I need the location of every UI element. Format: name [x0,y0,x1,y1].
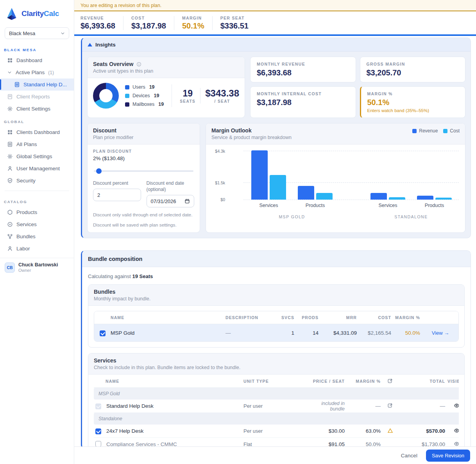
save-revision-button[interactable]: Save Revision [426,450,470,462]
sidebar-item-client-settings[interactable]: Client Settings [0,103,74,115]
content-scroll-area[interactable]: Insights Seats Overview Active unit type… [74,36,476,446]
warning-triangle-icon[interactable] [387,428,393,434]
shield-check-icon [7,178,13,184]
main-area: You are editing a revision of this plan.… [74,0,476,464]
bundle-checkbox[interactable] [100,330,106,336]
insights-panel: Insights Seats Overview Active unit type… [81,37,471,238]
sidebar-item-clients-dashboard[interactable]: Clients Dashboard [0,126,74,138]
bundle-composition-header: Bundle composition [82,251,471,267]
chevron-down-icon [60,31,65,36]
service-checkbox[interactable] [95,428,101,434]
service-row-24x7-help-desk[interactable]: 24x7 Help Desk Per user $30.00 63.0% $57… [94,425,459,438]
x-label: Services [251,203,286,208]
legend-cost: Cost [443,128,460,134]
gridline [243,200,459,200]
bars-msp-services [251,150,286,200]
bar-revenue [298,186,314,200]
sidebar-item-products[interactable]: Products [0,206,74,218]
sidebar-item-dashboard[interactable]: Dashboard [0,54,74,66]
discount-end-date-label: Discount end date (optional) [147,180,195,193]
legend-item-mailboxes: Mailboxes19 [125,102,164,107]
y-tick-1500: $1.5k [212,180,225,185]
margin-outlook-title: Margin Outlook [211,127,292,134]
x-label: Products [417,203,452,208]
catalog-section-label: CATALOG [0,195,74,206]
bar-group-standalone [370,193,452,200]
discount-percent-input[interactable]: 2 [93,189,141,201]
bundle-row-msp-gold[interactable]: MSP Gold — 1 14 $4,331.09 $2,165.54 50.0… [94,324,458,341]
org-selector-value: Black Mesa [9,30,35,36]
eye-icon[interactable] [454,428,459,434]
service-row-standard-help-desk[interactable]: Standard Help Desk Per user included in … [94,400,459,413]
bars-msp-products [298,186,333,200]
total-seats: 19 SEATS [180,88,195,104]
sidebar-divider [5,191,69,191]
service-row-compliance-cmmc[interactable]: Compliance Services - CMMC Flat $91.05 5… [94,438,459,446]
user-block[interactable]: CB Chuck Bartowski Owner [0,258,74,277]
mailboxes-swatch [125,102,129,107]
sidebar-item-security[interactable]: Security [0,175,74,187]
edit-icon[interactable] [387,378,393,384]
services-subtitle: Check to include in this plan. Bundle it… [94,365,459,370]
margin-outlook-chart: $4.3k $1.5k $0 [206,145,465,223]
seats-legend: Users19 Devices19 Mailboxes19 [125,84,164,107]
insights-header[interactable]: Insights [82,38,471,52]
metric-divider [123,16,123,30]
user-role: Owner [18,268,58,273]
sidebar-item-user-management[interactable]: User Management [0,162,74,175]
stat-gross-margin: GROSS MARGIN $3,205.70 [360,57,466,82]
discount-note-2: Discount will be saved with plan setting… [93,222,194,228]
view-bundle-link[interactable]: View → [422,330,458,336]
metric-divider [212,16,213,30]
sidebar-item-client-reports[interactable]: Client Reports [0,91,74,103]
watch-band-note: Enters watch band (35%–55%) [367,108,459,113]
sidebar-item-services[interactable]: Services [0,218,74,230]
slider-thumb[interactable] [96,168,102,174]
discount-slider[interactable] [94,168,193,174]
sidebar-item-global-settings[interactable]: Global Settings [0,150,74,162]
org-selector[interactable]: Black Mesa [5,27,69,39]
sidebar-item-active-plans[interactable]: Active Plans (1) [0,66,74,79]
person-icon [7,166,13,171]
sidebar-item-labor[interactable]: Labor [0,243,74,255]
sidebar-item-bundles[interactable]: Bundles [0,230,74,243]
info-icon[interactable] [136,62,141,67]
vertical-divider [172,84,172,107]
cancel-button[interactable]: Cancel [401,453,417,459]
sidebar-item-all-plans[interactable]: All Plans [0,138,74,150]
calendar-icon[interactable] [184,198,190,204]
service-group-standalone: Standalone [94,413,459,425]
bundles-table-header: NAME DESCRIPTION SVCS PRODS MRR COST MAR… [94,311,458,324]
bundles-table: NAME DESCRIPTION SVCS PRODS MRR COST MAR… [94,311,459,342]
discount-end-date-input[interactable]: 07/31/2026 [147,195,195,207]
slider-track[interactable] [94,170,193,172]
seats-overview-title: Seats Overview [93,61,134,67]
target-icon [7,221,13,227]
y-tick-4300: $4.3k [212,149,225,153]
legend-item-users: Users19 [125,84,164,90]
person-icon [7,246,13,252]
action-footer: Cancel Save Revision [74,446,476,464]
revenue-swatch [412,129,417,133]
eye-icon[interactable] [454,441,459,446]
y-tick-0: $0 [212,197,225,202]
group-caption-msp-gold: MSP GOLD [251,214,333,219]
grid-icon [7,129,13,135]
discount-title: Discount [93,127,194,134]
legend-revenue: Revenue [412,128,438,134]
stat-margin-percent: MARGIN % 50.1% Enters watch band (35%–55… [360,86,466,118]
edit-icon[interactable] [387,403,393,408]
sidebar-item-standard-help-desk[interactable]: Standard Help D... [0,79,74,91]
service-checkbox-disabled [95,403,101,409]
bars-standalone-products [417,196,452,200]
stat-monthly-internal-cost: MONTHLY INTERNAL COST $3,187.98 [250,86,356,118]
user-name: Chuck Bartowski [18,262,58,268]
collapse-triangle-icon [88,43,92,46]
service-checkbox[interactable] [95,441,101,446]
discount-subtitle: Plan price modifier [93,135,194,140]
bar-revenue [370,193,387,200]
avatar: CB [5,262,15,273]
seats-donut-chart [93,83,119,109]
bar-cost [316,193,333,200]
eye-icon[interactable] [454,403,459,409]
